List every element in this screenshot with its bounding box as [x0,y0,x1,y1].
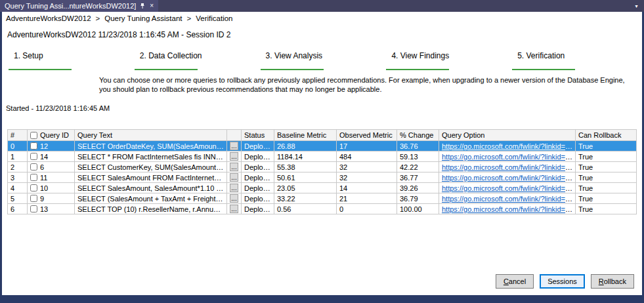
query-option-link[interactable]: https://go.microsoft.com/fwlink/?linkid=… [442,174,576,182]
col-header-num[interactable]: # [8,130,28,141]
step-underline [135,69,198,70]
table-row[interactable]: 2 6 SELECT CustomerKey, SUM(SalesAmount)… [8,162,637,172]
row-number-cell[interactable]: 2 [8,162,28,172]
table-row[interactable]: 0 12 SELECT OrderDateKey, SUM(SalesAmoun… [8,141,637,152]
document-tab-strip: Query Tuning Assi...ntureWorksDW2012] × … [0,0,644,12]
wizard-steps: 1. Setup 2. Data Collection 3. View Anal… [7,51,637,70]
ssms-window: Query Tuning Assi...ntureWorksDW2012] × … [0,0,644,303]
row-checkbox[interactable] [30,205,37,212]
ellipsis-cell: ... [227,172,242,183]
row-checkbox[interactable] [30,142,37,150]
row-number-cell[interactable]: 4 [8,183,28,193]
breadcrumb-separator: > [187,14,192,22]
close-icon[interactable]: × [150,3,154,9]
sessions-button[interactable]: Sessions [540,274,585,289]
status-bar [0,295,644,303]
status-cell: Deployed [242,193,274,204]
step-setup[interactable]: 1. Setup [7,51,133,70]
query-id-cell: 14 [28,152,75,162]
breadcrumb-database[interactable]: AdventureWorksDW2012 [6,14,91,22]
col-header-pct-change[interactable]: % Change [397,130,439,141]
col-header-observed[interactable]: Observed Metric [337,130,397,141]
query-option-link[interactable]: https://go.microsoft.com/fwlink/?linkid=… [442,142,576,150]
query-option-cell: https://go.microsoft.com/fwlink/?linkid=… [439,183,576,193]
row-checkbox[interactable] [30,184,37,192]
breadcrumb-assistant[interactable]: Query Tuning Assistant [104,14,182,22]
query-option-link[interactable]: https://go.microsoft.com/fwlink/?linkid=… [442,153,576,161]
table-row[interactable]: 5 9 SELECT (SalesAmount + TaxAmt + Freig… [8,193,637,204]
pct-change-cell: 39.26 [397,183,439,193]
expand-query-button[interactable]: ... [230,152,238,161]
col-header-can-rollback[interactable]: Can Rollback [576,130,637,141]
col-header-query-id[interactable]: Query ID [28,130,75,141]
expand-query-button[interactable]: ... [230,194,238,203]
query-text-cell: SELECT CustomerKey, SUM(SalesAmount) AS … [75,162,227,172]
can-rollback-cell: True [576,162,637,172]
col-header-status[interactable]: Status [242,130,274,141]
table-row[interactable]: 4 10 SELECT SalesAmount, SalesAmount*1.1… [8,183,637,193]
pct-change-cell: 100.00 [397,204,439,214]
pin-icon[interactable] [140,3,146,9]
can-rollback-cell: True [576,141,637,152]
tab-list-dropdown-icon[interactable]: ▼ [629,0,644,12]
query-option-cell: https://go.microsoft.com/fwlink/?linkid=… [439,193,576,204]
observed-metric-cell: 14 [337,183,397,193]
row-number-cell[interactable]: 6 [8,204,28,214]
baseline-metric-cell: 33.22 [274,193,337,204]
table-row[interactable]: 3 11 SELECT SalesAmount FROM FactInterne… [8,172,637,183]
step-view-analysis[interactable]: 3. View Analysis [259,51,385,70]
row-checkbox[interactable] [30,163,37,171]
step-underline [9,69,72,70]
baseline-metric-cell: 1184.14 [274,152,337,162]
step-underline [261,69,324,70]
row-checkbox[interactable] [30,195,37,202]
pct-change-cell: 59.13 [397,152,439,162]
query-option-link[interactable]: https://go.microsoft.com/fwlink/?linkid=… [442,195,576,203]
expand-query-button[interactable]: ... [230,142,238,150]
query-id-cell: 10 [28,183,75,193]
query-option-cell: https://go.microsoft.com/fwlink/?linkid=… [439,162,576,172]
pct-change-cell: 36.76 [397,141,439,152]
col-header-baseline[interactable]: Baseline Metric [274,130,337,141]
observed-metric-cell: 32 [337,172,397,183]
query-text-cell: SELECT OrderDateKey, SUM(SalesAmount) AS… [75,141,227,152]
query-option-link[interactable]: https://go.microsoft.com/fwlink/?linkid=… [442,205,576,213]
query-option-link[interactable]: https://go.microsoft.com/fwlink/?linkid=… [442,184,576,192]
row-number-cell[interactable]: 5 [8,193,28,204]
expand-query-button[interactable]: ... [230,205,238,213]
tab-title: Query Tuning Assi...ntureWorksDW2012] [5,2,136,10]
col-header-query-option[interactable]: Query Option [439,130,576,141]
table-row[interactable]: 1 14 SELECT * FROM FactInternetSales fis… [8,152,637,162]
step-verification[interactable]: 5. Verification [511,51,637,70]
query-id-cell: 6 [28,162,75,172]
table-row[interactable]: 6 13 SELECT TOP (10) r.ResellerName, r.A… [8,204,637,214]
can-rollback-cell: True [576,193,637,204]
observed-metric-cell: 484 [337,152,397,162]
query-option-cell: https://go.microsoft.com/fwlink/?linkid=… [439,172,576,183]
query-text-cell: SELECT SalesAmount, SalesAmount*1.10 Sal… [75,183,227,193]
ellipsis-cell: ... [227,204,242,214]
expand-query-button[interactable]: ... [230,163,238,171]
active-document-tab[interactable]: Query Tuning Assi...ntureWorksDW2012] × [0,0,158,12]
row-number-cell[interactable]: 0 [8,141,28,152]
col-header-query-text[interactable]: Query Text [75,130,227,141]
query-option-link[interactable]: https://go.microsoft.com/fwlink/?linkid=… [442,163,576,171]
row-checkbox[interactable] [30,174,37,181]
session-title: AdventureWorksDW2012 11/23/2018 1:16:45 … [7,30,642,39]
step-view-findings[interactable]: 4. View Findings [385,51,511,70]
step-data-collection[interactable]: 2. Data Collection [133,51,259,70]
baseline-metric-cell: 55.38 [274,162,337,172]
queries-grid: # Query ID Query Text Status Baseline Me… [7,129,637,214]
breadcrumb-verification[interactable]: Verification [196,14,232,22]
expand-query-button[interactable]: ... [230,173,238,182]
row-number-cell[interactable]: 1 [8,152,28,162]
ellipsis-cell: ... [227,162,242,172]
grid-header-row: # Query ID Query Text Status Baseline Me… [8,130,637,141]
row-number-cell[interactable]: 3 [8,172,28,183]
baseline-metric-cell: 50.61 [274,172,337,183]
cancel-button[interactable]: Cancel [496,274,534,289]
select-all-checkbox[interactable] [30,132,37,139]
expand-query-button[interactable]: ... [230,184,238,192]
rollback-button[interactable]: Rollback [591,274,634,289]
row-checkbox[interactable] [30,153,37,160]
